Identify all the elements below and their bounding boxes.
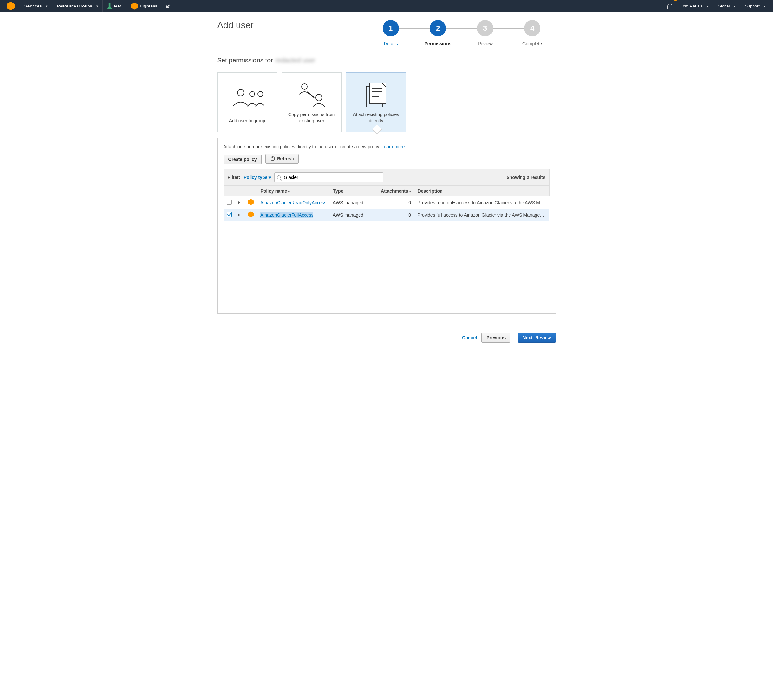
panel-toolbar: Create policy Refresh [224,154,550,164]
section-prefix: Set permissions for [217,57,273,64]
wizard-steps: 1 Details 2 Permissions 3 Review 4 Compl… [254,20,556,46]
panel-hint: Attach one or more existing policies dir… [224,144,550,149]
pin-icon [164,3,171,10]
nav-notifications[interactable] [664,0,676,12]
col-expand [235,186,245,197]
row-checkbox[interactable] [227,212,232,217]
refresh-icon [270,156,275,161]
refresh-label: Refresh [277,156,294,161]
document-icon [350,78,402,112]
policy-name-link[interactable]: AmazonGlacierReadOnlyAccess [260,200,326,205]
page-title: Add user [217,20,254,31]
aws-cube-icon [7,2,15,10]
page-body: Add user 1 Details 2 Permissions 3 Revie… [210,12,563,350]
nav-support-menu[interactable]: Support [740,0,770,12]
previous-button[interactable]: Previous [482,333,510,342]
step-number: 1 [383,20,399,36]
svg-point-2 [258,91,263,97]
section-heading: Set permissions for redacted user [217,57,556,66]
top-nav: Services Resource Groups IAM Lightsail T… [0,0,773,12]
next-review-button[interactable]: Next: Review [518,333,556,342]
col-checkbox[interactable] [224,186,235,197]
policy-row[interactable]: AmazonGlacierFullAccess AWS managed 0 Pr… [224,209,549,221]
policy-search [274,173,383,182]
policy-description: Provides read only access to Amazon Glac… [414,197,549,209]
step-number: 3 [477,20,493,36]
policy-description: Provides full access to Amazon Glacier v… [414,209,549,221]
policy-row[interactable]: AmazonGlacierReadOnlyAccess AWS managed … [224,197,549,209]
wizard-footer: Cancel Previous Next: Review [217,327,556,342]
filter-bar: Filter: Policy type▾ Showing 2 results [224,169,550,186]
col-policy-name[interactable]: Policy name [257,186,330,197]
wizard-step-complete[interactable]: 4 Complete [509,20,556,46]
svg-point-4 [316,94,322,101]
card-label: Copy permissions from existing user [286,112,337,124]
expand-icon[interactable] [238,201,240,204]
nav-resource-groups[interactable]: Resource Groups [53,0,103,12]
policy-attachments: 0 [375,209,414,221]
create-policy-button[interactable]: Create policy [224,154,262,164]
policy-attachments: 0 [375,197,414,209]
refresh-button[interactable]: Refresh [265,154,299,164]
expand-icon[interactable] [238,214,240,217]
nav-iam[interactable]: IAM [103,0,127,12]
policy-search-input[interactable] [274,173,383,182]
group-icon [222,78,273,118]
nav-lightsail-label: Lightsail [140,3,157,8]
policy-name-link[interactable]: AmazonGlacierFullAccess [260,212,313,218]
chevron-down-icon: ▾ [269,175,271,180]
permission-option-cards: Add user to group Copy permissions from … [217,72,556,132]
step-label: Review [478,41,493,46]
bell-icon [667,3,673,9]
step-label: Permissions [424,41,451,46]
lightsail-icon [131,3,138,10]
cancel-button[interactable]: Cancel [462,335,477,340]
step-label: Details [384,41,398,46]
card-label: Add user to group [229,118,265,124]
svg-point-3 [302,84,308,89]
filter-policy-type-dropdown[interactable]: Policy type▾ [243,175,271,180]
aws-logo[interactable] [3,0,20,12]
aws-managed-icon [248,212,254,217]
col-attachments[interactable]: Attachments [375,186,414,197]
col-description[interactable]: Description [414,186,549,197]
nav-services[interactable]: Services [20,0,53,12]
filter-label: Filter: [228,175,240,180]
nav-lightsail[interactable]: Lightsail [126,0,162,12]
svg-point-0 [237,89,244,96]
card-copy-permissions[interactable]: Copy permissions from existing user [282,72,342,132]
svg-point-1 [250,91,255,97]
row-checkbox[interactable] [227,200,232,205]
policies-panel: Attach one or more existing policies dir… [217,138,556,314]
notification-dot-icon [674,0,677,1]
col-icon [245,186,257,197]
step-label: Complete [523,41,542,46]
card-label: Attach existing policies directly [350,112,402,124]
learn-more-link[interactable]: Learn more [382,144,405,149]
section-username: redacted user [276,57,315,64]
step-number: 2 [430,20,446,36]
aws-managed-icon [248,199,254,205]
nav-pin[interactable] [162,0,173,12]
wizard-step-permissions[interactable]: 2 Permissions [414,20,462,46]
card-add-to-group[interactable]: Add user to group [217,72,277,132]
wizard-step-review[interactable]: 3 Review [462,20,509,46]
card-attach-policies[interactable]: Attach existing policies directly [346,72,406,132]
results-count: Showing 2 results [507,175,546,180]
nav-iam-label: IAM [114,3,122,8]
search-icon [277,175,281,179]
hint-text: Attach one or more existing policies dir… [224,144,382,149]
step-number: 4 [524,20,540,36]
policy-type: AWS managed [330,209,375,221]
nav-user-menu[interactable]: Tom Paulus [676,0,713,12]
policies-table: Policy name Type Attachments Description… [224,186,550,221]
iam-icon [107,3,112,9]
policy-type: AWS managed [330,197,375,209]
nav-region-menu[interactable]: Global [713,0,740,12]
wizard-step-details[interactable]: 1 Details [367,20,414,46]
copy-user-icon [286,78,337,112]
col-type[interactable]: Type [330,186,375,197]
